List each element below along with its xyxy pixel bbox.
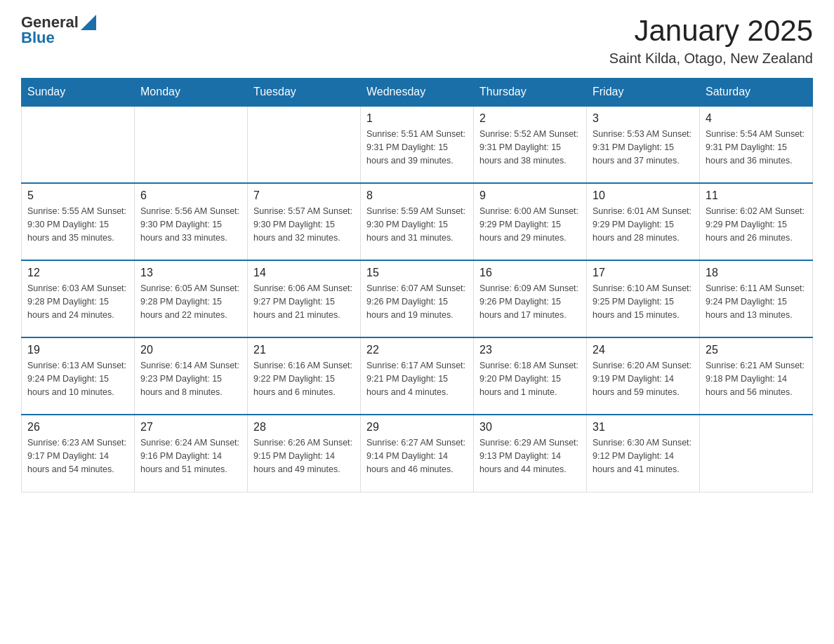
- day-number: 13: [140, 267, 241, 279]
- day-number: 9: [479, 189, 581, 202]
- day-number: 16: [479, 267, 581, 279]
- calendar-cell: 26Sunrise: 6:23 AM Sunset: 9:17 PM Dayli…: [22, 415, 135, 492]
- day-info: Sunrise: 6:14 AM Sunset: 9:23 PM Dayligh…: [140, 359, 241, 398]
- calendar-cell: 14Sunrise: 6:06 AM Sunset: 9:27 PM Dayli…: [248, 260, 361, 337]
- day-info: Sunrise: 5:53 AM Sunset: 9:31 PM Dayligh…: [593, 128, 694, 167]
- day-info: Sunrise: 6:10 AM Sunset: 9:25 PM Dayligh…: [593, 282, 694, 321]
- day-info: Sunrise: 5:51 AM Sunset: 9:31 PM Dayligh…: [366, 128, 468, 167]
- logo-blue: Blue: [21, 29, 96, 46]
- day-number: 14: [253, 267, 355, 279]
- day-number: 10: [593, 189, 694, 202]
- calendar-cell: 18Sunrise: 6:11 AM Sunset: 9:24 PM Dayli…: [700, 260, 813, 337]
- day-number: 17: [593, 267, 694, 279]
- calendar-cell: 2Sunrise: 5:52 AM Sunset: 9:31 PM Daylig…: [474, 106, 587, 183]
- day-info: Sunrise: 6:07 AM Sunset: 9:26 PM Dayligh…: [366, 282, 468, 321]
- day-info: Sunrise: 5:55 AM Sunset: 9:30 PM Dayligh…: [27, 205, 128, 244]
- day-number: 6: [140, 189, 241, 202]
- calendar-cell: [135, 106, 248, 183]
- day-info: Sunrise: 6:11 AM Sunset: 9:24 PM Dayligh…: [706, 282, 807, 321]
- calendar-cell: 23Sunrise: 6:18 AM Sunset: 9:20 PM Dayli…: [474, 337, 587, 415]
- calendar-cell: 22Sunrise: 6:17 AM Sunset: 9:21 PM Dayli…: [361, 337, 474, 415]
- day-info: Sunrise: 6:09 AM Sunset: 9:26 PM Dayligh…: [479, 282, 581, 321]
- title-block: January 2025 Saint Kilda, Otago, New Zea…: [609, 14, 813, 67]
- calendar-cell: 7Sunrise: 5:57 AM Sunset: 9:30 PM Daylig…: [248, 183, 361, 260]
- calendar-cell: 4Sunrise: 5:54 AM Sunset: 9:31 PM Daylig…: [700, 106, 813, 183]
- calendar-cell: 12Sunrise: 6:03 AM Sunset: 9:28 PM Dayli…: [22, 260, 135, 337]
- day-info: Sunrise: 6:05 AM Sunset: 9:28 PM Dayligh…: [140, 282, 241, 321]
- day-info: Sunrise: 5:52 AM Sunset: 9:31 PM Dayligh…: [479, 128, 581, 167]
- calendar-cell: 15Sunrise: 6:07 AM Sunset: 9:26 PM Dayli…: [361, 260, 474, 337]
- column-header-tuesday: Tuesday: [248, 79, 361, 107]
- calendar-cell: 21Sunrise: 6:16 AM Sunset: 9:22 PM Dayli…: [248, 337, 361, 415]
- calendar-cell: 31Sunrise: 6:30 AM Sunset: 9:12 PM Dayli…: [587, 415, 700, 492]
- calendar-cell: 19Sunrise: 6:13 AM Sunset: 9:24 PM Dayli…: [22, 337, 135, 415]
- calendar-week-row: 19Sunrise: 6:13 AM Sunset: 9:24 PM Dayli…: [22, 337, 813, 415]
- calendar-cell: [700, 415, 813, 492]
- calendar-cell: [22, 106, 135, 183]
- day-info: Sunrise: 6:27 AM Sunset: 9:14 PM Dayligh…: [366, 436, 468, 476]
- calendar-cell: 20Sunrise: 6:14 AM Sunset: 9:23 PM Dayli…: [135, 337, 248, 415]
- calendar-cell: 24Sunrise: 6:20 AM Sunset: 9:19 PM Dayli…: [587, 337, 700, 415]
- column-header-monday: Monday: [135, 79, 248, 107]
- calendar-cell: 6Sunrise: 5:56 AM Sunset: 9:30 PM Daylig…: [135, 183, 248, 260]
- day-info: Sunrise: 6:30 AM Sunset: 9:12 PM Dayligh…: [593, 436, 694, 476]
- day-number: 28: [253, 421, 355, 434]
- calendar-cell: 29Sunrise: 6:27 AM Sunset: 9:14 PM Dayli…: [361, 415, 474, 492]
- calendar-cell: 16Sunrise: 6:09 AM Sunset: 9:26 PM Dayli…: [474, 260, 587, 337]
- day-info: Sunrise: 6:29 AM Sunset: 9:13 PM Dayligh…: [479, 436, 581, 476]
- day-number: 31: [593, 421, 694, 434]
- calendar-cell: 13Sunrise: 6:05 AM Sunset: 9:28 PM Dayli…: [135, 260, 248, 337]
- calendar-cell: 9Sunrise: 6:00 AM Sunset: 9:29 PM Daylig…: [474, 183, 587, 260]
- day-info: Sunrise: 6:03 AM Sunset: 9:28 PM Dayligh…: [27, 282, 128, 321]
- calendar-cell: 11Sunrise: 6:02 AM Sunset: 9:29 PM Dayli…: [700, 183, 813, 260]
- calendar-title: January 2025: [609, 14, 813, 48]
- calendar-cell: 8Sunrise: 5:59 AM Sunset: 9:30 PM Daylig…: [361, 183, 474, 260]
- day-info: Sunrise: 6:20 AM Sunset: 9:19 PM Dayligh…: [593, 359, 694, 398]
- day-number: 22: [366, 344, 468, 356]
- day-number: 24: [593, 344, 694, 356]
- calendar-cell: 28Sunrise: 6:26 AM Sunset: 9:15 PM Dayli…: [248, 415, 361, 492]
- calendar-table: SundayMondayTuesdayWednesdayThursdayFrid…: [21, 78, 813, 492]
- calendar-cell: 10Sunrise: 6:01 AM Sunset: 9:29 PM Dayli…: [587, 183, 700, 260]
- day-number: 20: [140, 344, 241, 356]
- day-info: Sunrise: 6:26 AM Sunset: 9:15 PM Dayligh…: [253, 436, 355, 476]
- column-header-friday: Friday: [587, 79, 700, 107]
- day-number: 18: [706, 267, 807, 279]
- day-info: Sunrise: 5:56 AM Sunset: 9:30 PM Dayligh…: [140, 205, 241, 244]
- day-info: Sunrise: 6:23 AM Sunset: 9:17 PM Dayligh…: [27, 436, 128, 476]
- day-info: Sunrise: 5:57 AM Sunset: 9:30 PM Dayligh…: [253, 205, 355, 244]
- day-number: 15: [366, 267, 468, 279]
- day-number: 8: [366, 189, 468, 202]
- calendar-week-row: 5Sunrise: 5:55 AM Sunset: 9:30 PM Daylig…: [22, 183, 813, 260]
- calendar-cell: 3Sunrise: 5:53 AM Sunset: 9:31 PM Daylig…: [587, 106, 700, 183]
- day-info: Sunrise: 6:17 AM Sunset: 9:21 PM Dayligh…: [366, 359, 468, 398]
- calendar-week-row: 1Sunrise: 5:51 AM Sunset: 9:31 PM Daylig…: [22, 106, 813, 183]
- column-header-wednesday: Wednesday: [361, 79, 474, 107]
- calendar-cell: 27Sunrise: 6:24 AM Sunset: 9:16 PM Dayli…: [135, 415, 248, 492]
- day-number: 30: [479, 421, 581, 434]
- calendar-header-row: SundayMondayTuesdayWednesdayThursdayFrid…: [22, 79, 813, 107]
- logo: General Blue: [21, 14, 96, 46]
- day-info: Sunrise: 6:24 AM Sunset: 9:16 PM Dayligh…: [140, 436, 241, 476]
- day-number: 4: [706, 112, 807, 125]
- day-info: Sunrise: 6:00 AM Sunset: 9:29 PM Dayligh…: [479, 205, 581, 244]
- day-number: 25: [706, 344, 807, 356]
- column-header-saturday: Saturday: [700, 79, 813, 107]
- day-number: 3: [593, 112, 694, 125]
- calendar-cell: [248, 106, 361, 183]
- day-info: Sunrise: 6:18 AM Sunset: 9:20 PM Dayligh…: [479, 359, 581, 398]
- day-number: 7: [253, 189, 355, 202]
- day-info: Sunrise: 6:13 AM Sunset: 9:24 PM Dayligh…: [27, 359, 128, 398]
- calendar-subtitle: Saint Kilda, Otago, New Zealand: [609, 51, 813, 67]
- day-number: 21: [253, 344, 355, 356]
- day-info: Sunrise: 6:01 AM Sunset: 9:29 PM Dayligh…: [593, 205, 694, 244]
- day-info: Sunrise: 6:06 AM Sunset: 9:27 PM Dayligh…: [253, 282, 355, 321]
- day-number: 5: [27, 189, 128, 202]
- day-number: 19: [27, 344, 128, 356]
- day-number: 2: [479, 112, 581, 125]
- day-number: 23: [479, 344, 581, 356]
- day-info: Sunrise: 6:21 AM Sunset: 9:18 PM Dayligh…: [706, 359, 807, 398]
- svg-marker-0: [81, 15, 96, 30]
- day-info: Sunrise: 5:54 AM Sunset: 9:31 PM Dayligh…: [706, 128, 807, 167]
- day-info: Sunrise: 6:02 AM Sunset: 9:29 PM Dayligh…: [706, 205, 807, 244]
